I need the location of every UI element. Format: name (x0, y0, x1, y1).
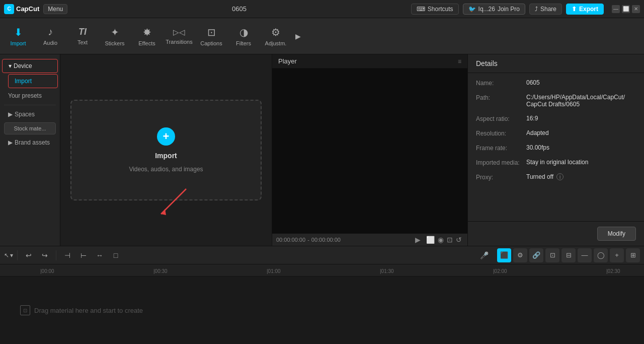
player-play-button[interactable]: ▶ (415, 236, 421, 244)
tool-adjustments[interactable]: ⚙ Adjustm. (260, 19, 292, 53)
player-rotate-icon[interactable]: ↺ (456, 236, 462, 244)
track-caption-button[interactable]: ⊡ (545, 248, 559, 262)
ruler-mark-120: |02:00 (493, 268, 507, 274)
drag-hint-text: Drag material here and start to create (34, 307, 143, 314)
shortcuts-button[interactable]: ⌨ Shortcuts (411, 4, 459, 15)
detail-label-aspect: Aspect ratio: (476, 115, 526, 122)
detail-label-framerate: Frame rate: (476, 144, 526, 152)
left-divider-1 (4, 105, 56, 105)
detail-label-path: Path: (476, 94, 526, 101)
detail-label-resolution: Resolution: (476, 129, 526, 137)
detail-label-proxy: Proxy: (476, 173, 526, 181)
redo-button[interactable]: ↪ (38, 248, 52, 262)
tool-stickers[interactable]: ✦ Stickers (99, 19, 131, 53)
tool-transitions[interactable]: ▷◁ Transitions (163, 19, 195, 53)
ruler-mark-150: |02:30 (606, 268, 620, 274)
detail-value-imported-media: Stay in original location (526, 159, 636, 166)
tool-transitions-label: Transitions (166, 39, 192, 45)
split-right-button[interactable]: ⊢ (76, 248, 91, 262)
detail-value-aspect: 16:9 (526, 115, 636, 122)
import-area: + Import Videos, audios, and images (60, 54, 272, 246)
zoom-slider[interactable]: ◯ (594, 248, 608, 262)
ruler-mark-0: |00:00 (40, 268, 54, 274)
audio-icon: ♪ (48, 26, 53, 38)
sidebar-item-your-presets[interactable]: Your presets (2, 89, 58, 102)
undo-button[interactable]: ↩ (22, 248, 36, 262)
tool-select-dropdown[interactable]: ↖ ▾ (4, 252, 13, 259)
sidebar-item-import-label: Import (15, 78, 32, 85)
close-button[interactable]: ✕ (632, 5, 640, 13)
tool-audio[interactable]: ♪ Audio (34, 19, 66, 53)
delete-button[interactable]: □ (109, 248, 123, 262)
detail-row-name: Name: 0605 (476, 79, 636, 87)
timeline-content: ⊡ Drag material here and start to create (0, 277, 644, 344)
stickers-icon: ✦ (111, 26, 119, 38)
transitions-icon: ▷◁ (173, 28, 185, 37)
resize-button[interactable]: ↔ (93, 248, 107, 262)
detail-value-proxy: Turned off i (526, 173, 636, 180)
filters-icon: ◑ (239, 26, 248, 38)
titlebar-right: ⌨ Shortcuts 🐦 Iq...26 Join Pro ⤴ Share ⬆… (411, 4, 640, 15)
shortcuts-icon: ⌨ (417, 6, 425, 13)
sidebar-item-spaces[interactable]: ▶ Spaces (2, 108, 58, 121)
import-icon: ⬇ (14, 26, 23, 38)
details-panel: Details Name: 0605 Path: C:/Users/HP/App… (468, 54, 644, 246)
player-title: Player (278, 57, 297, 65)
zoom-out-button[interactable]: — (578, 248, 592, 262)
import-label: Import (155, 152, 177, 160)
adjustments-icon: ⚙ (271, 26, 280, 38)
sidebar-item-brand-assets[interactable]: ▶ Brand assets (2, 136, 58, 149)
fit-timeline-button[interactable]: ⊞ (626, 248, 640, 262)
toolbar: ⬇ Import ♪ Audio TI Text ✦ Stickers ✸ Ef… (0, 18, 644, 54)
text-icon: TI (78, 27, 87, 37)
detail-label-imported-media: Imported media: (476, 159, 526, 166)
ruler-mark-30: |00:30 (153, 268, 168, 274)
mic-button[interactable]: 🎤 (477, 248, 491, 262)
player-canvas (272, 68, 467, 233)
select-arrow-icon: ↖ (4, 252, 9, 259)
player-controls: 00:00:00:00 - 00:00:00:00 ▶ ⬜ ◉ ⊡ ↺ (272, 233, 467, 246)
tool-import[interactable]: ⬇ Import (2, 19, 34, 53)
drag-hint: ⊡ Drag material here and start to create (20, 305, 143, 315)
sidebar-item-device[interactable]: ▾ Device (2, 59, 58, 73)
maximize-button[interactable]: ⬜ (622, 5, 630, 13)
share-icon: ⤴ (535, 6, 538, 13)
player-menu-icon[interactable]: ≡ (458, 58, 461, 65)
track-more-button[interactable]: ⊟ (561, 248, 576, 262)
player-fit-icon[interactable]: ⊡ (447, 236, 453, 244)
toolbar-more-button[interactable]: ▶ (292, 19, 304, 53)
share-button[interactable]: ⤴ Share (529, 4, 562, 15)
track-link-button[interactable]: 🔗 (529, 248, 543, 262)
detail-row-framerate: Frame rate: 30.00fps (476, 144, 636, 152)
timeline-ruler: |00:00 |00:30 |01:00 |01:30 |02:00 |02:3… (0, 264, 644, 277)
sidebar-item-device-label: Device (14, 62, 32, 70)
split-left-button[interactable]: ⊣ (60, 248, 74, 262)
modify-button[interactable]: Modify (597, 227, 636, 241)
sidebar-item-import[interactable]: Import (8, 74, 58, 88)
minimize-button[interactable]: — (612, 5, 620, 13)
tool-stickers-label: Stickers (105, 40, 124, 46)
track-video-button[interactable]: ⬛ (497, 248, 511, 262)
details-body: Name: 0605 Path: C:/Users/HP/AppData/Loc… (468, 73, 644, 221)
tool-effects-label: Effects (138, 40, 155, 46)
player-fullscreen-icon[interactable]: ⬜ (426, 236, 435, 244)
captions-icon: ⊡ (207, 26, 216, 38)
sidebar-item-stock-mate[interactable]: Stock mate... (4, 122, 56, 134)
player-snapshot-icon[interactable]: ◉ (438, 236, 444, 244)
tool-captions[interactable]: ⊡ Captions (195, 19, 227, 53)
tool-text[interactable]: TI Text (66, 19, 99, 53)
export-button[interactable]: ⬆ Export (566, 4, 604, 15)
tool-import-label: Import (10, 40, 26, 46)
join-pro-button[interactable]: 🐦 Iq...26 Join Pro (463, 4, 525, 15)
timeline-toolbar: ↖ ▾ ↩ ↪ ⊣ ⊢ ↔ □ 🎤 ⬛ ⚙ 🔗 ⊡ ⊟ — ◯ + ⊞ (0, 246, 644, 264)
menu-button[interactable]: Menu (43, 4, 67, 14)
proxy-info-icon[interactable]: i (556, 173, 564, 180)
track-audio-button[interactable]: ⚙ (513, 248, 527, 262)
tool-filters[interactable]: ◑ Filters (227, 19, 260, 53)
tool-effects[interactable]: ✸ Effects (131, 19, 163, 53)
sidebar-item-brand-assets-label: Brand assets (15, 139, 50, 146)
iq-label: Iq...26 (478, 6, 495, 13)
timeline-right-tools: ⬛ ⚙ 🔗 ⊡ ⊟ — ◯ + ⊞ (497, 248, 640, 262)
import-plus-icon: + (157, 127, 175, 146)
zoom-in-button[interactable]: + (610, 248, 624, 262)
